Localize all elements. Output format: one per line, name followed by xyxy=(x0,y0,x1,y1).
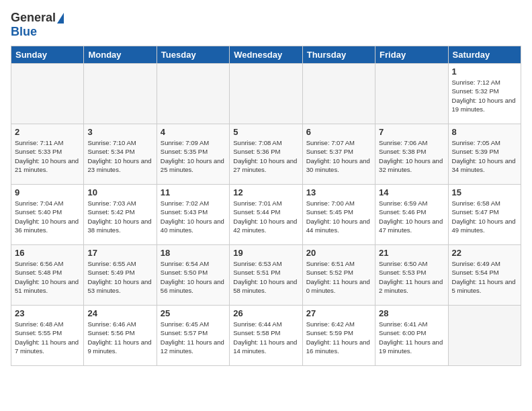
day-number: 20 xyxy=(306,248,371,258)
day-number: 22 xyxy=(452,248,517,258)
calendar-cell-4-2: 25Sunrise: 6:45 AM Sunset: 5:57 PM Dayli… xyxy=(157,306,229,366)
calendar-cell-4-4: 27Sunrise: 6:42 AM Sunset: 5:59 PM Dayli… xyxy=(302,306,375,366)
day-info: Sunrise: 6:59 AM Sunset: 5:46 PM Dayligh… xyxy=(379,199,444,234)
header-sunday: Sunday xyxy=(11,46,84,64)
day-info: Sunrise: 6:56 AM Sunset: 5:48 PM Dayligh… xyxy=(15,259,80,295)
day-info: Sunrise: 7:12 AM Sunset: 5:32 PM Dayligh… xyxy=(452,78,517,113)
day-info: Sunrise: 7:03 AM Sunset: 5:42 PM Dayligh… xyxy=(87,199,152,234)
calendar-cell-2-1: 10Sunrise: 7:03 AM Sunset: 5:42 PM Dayli… xyxy=(84,185,157,245)
day-info: Sunrise: 7:07 AM Sunset: 5:37 PM Dayligh… xyxy=(306,138,371,174)
day-info: Sunrise: 6:58 AM Sunset: 5:47 PM Dayligh… xyxy=(452,199,517,234)
day-info: Sunrise: 7:10 AM Sunset: 5:34 PM Dayligh… xyxy=(87,138,152,174)
day-info: Sunrise: 7:11 AM Sunset: 5:33 PM Dayligh… xyxy=(15,138,80,174)
calendar-header-row: SundayMondayTuesdayWednesdayThursdayFrid… xyxy=(11,46,521,64)
day-number: 4 xyxy=(161,127,226,137)
day-info: Sunrise: 6:53 AM Sunset: 5:51 PM Dayligh… xyxy=(233,259,298,295)
header-monday: Monday xyxy=(84,46,157,64)
logo: General Blue xyxy=(11,11,64,39)
calendar-cell-0-2 xyxy=(157,64,229,124)
day-number: 28 xyxy=(379,308,444,318)
calendar-cell-1-2: 4Sunrise: 7:09 AM Sunset: 5:35 PM Daylig… xyxy=(157,124,229,185)
day-info: Sunrise: 6:48 AM Sunset: 5:55 PM Dayligh… xyxy=(15,320,80,355)
day-number: 3 xyxy=(87,127,152,137)
day-number: 24 xyxy=(87,308,152,318)
day-number: 16 xyxy=(15,248,80,258)
day-number: 13 xyxy=(306,187,371,197)
header-tuesday: Tuesday xyxy=(157,46,229,64)
calendar-cell-2-4: 13Sunrise: 7:00 AM Sunset: 5:45 PM Dayli… xyxy=(302,185,375,245)
calendar-cell-4-0: 23Sunrise: 6:48 AM Sunset: 5:55 PM Dayli… xyxy=(11,306,84,366)
calendar-cell-2-6: 15Sunrise: 6:58 AM Sunset: 5:47 PM Dayli… xyxy=(448,185,521,245)
header-thursday: Thursday xyxy=(302,46,375,64)
week-row-4: 16Sunrise: 6:56 AM Sunset: 5:48 PM Dayli… xyxy=(11,245,521,306)
day-number: 10 xyxy=(87,187,152,197)
day-info: Sunrise: 6:49 AM Sunset: 5:54 PM Dayligh… xyxy=(452,259,517,295)
calendar-cell-2-2: 11Sunrise: 7:02 AM Sunset: 5:43 PM Dayli… xyxy=(157,185,229,245)
day-number: 7 xyxy=(379,127,444,137)
header-saturday: Saturday xyxy=(448,46,521,64)
week-row-2: 2Sunrise: 7:11 AM Sunset: 5:33 PM Daylig… xyxy=(11,124,521,185)
calendar-cell-2-3: 12Sunrise: 7:01 AM Sunset: 5:44 PM Dayli… xyxy=(230,185,302,245)
day-info: Sunrise: 7:09 AM Sunset: 5:35 PM Dayligh… xyxy=(161,138,226,174)
day-number: 6 xyxy=(306,127,371,137)
week-row-5: 23Sunrise: 6:48 AM Sunset: 5:55 PM Dayli… xyxy=(11,306,521,366)
calendar-cell-3-1: 17Sunrise: 6:55 AM Sunset: 5:49 PM Dayli… xyxy=(84,245,157,306)
day-number: 18 xyxy=(161,248,226,258)
calendar-cell-1-0: 2Sunrise: 7:11 AM Sunset: 5:33 PM Daylig… xyxy=(11,124,84,185)
day-number: 14 xyxy=(379,187,444,197)
day-number: 19 xyxy=(233,248,298,258)
day-number: 15 xyxy=(452,187,517,197)
day-number: 2 xyxy=(15,127,80,137)
calendar-cell-1-5: 7Sunrise: 7:06 AM Sunset: 5:38 PM Daylig… xyxy=(375,124,448,185)
day-number: 9 xyxy=(15,187,80,197)
day-number: 8 xyxy=(452,127,517,137)
calendar-cell-0-3 xyxy=(230,64,302,124)
day-info: Sunrise: 6:50 AM Sunset: 5:53 PM Dayligh… xyxy=(379,259,444,295)
logo-general-text: General xyxy=(11,11,56,25)
calendar-cell-2-5: 14Sunrise: 6:59 AM Sunset: 5:46 PM Dayli… xyxy=(375,185,448,245)
header-wednesday: Wednesday xyxy=(230,46,302,64)
calendar-cell-0-6: 1Sunrise: 7:12 AM Sunset: 5:32 PM Daylig… xyxy=(448,64,521,124)
day-info: Sunrise: 7:05 AM Sunset: 5:39 PM Dayligh… xyxy=(452,138,517,174)
calendar-cell-3-6: 22Sunrise: 6:49 AM Sunset: 5:54 PM Dayli… xyxy=(448,245,521,306)
day-info: Sunrise: 7:08 AM Sunset: 5:36 PM Dayligh… xyxy=(233,138,298,174)
logo-blue-text: Blue xyxy=(11,25,37,39)
calendar-cell-0-1 xyxy=(84,64,157,124)
day-info: Sunrise: 6:46 AM Sunset: 5:56 PM Dayligh… xyxy=(87,320,152,355)
day-number: 23 xyxy=(15,308,80,318)
calendar-cell-2-0: 9Sunrise: 7:04 AM Sunset: 5:40 PM Daylig… xyxy=(11,185,84,245)
calendar-cell-3-4: 20Sunrise: 6:51 AM Sunset: 5:52 PM Dayli… xyxy=(302,245,375,306)
day-info: Sunrise: 6:42 AM Sunset: 5:59 PM Dayligh… xyxy=(306,320,371,355)
day-number: 21 xyxy=(379,248,444,258)
day-info: Sunrise: 6:51 AM Sunset: 5:52 PM Dayligh… xyxy=(306,259,371,295)
calendar-cell-0-0 xyxy=(11,64,84,124)
day-info: Sunrise: 6:54 AM Sunset: 5:50 PM Dayligh… xyxy=(161,259,226,295)
calendar-cell-1-1: 3Sunrise: 7:10 AM Sunset: 5:34 PM Daylig… xyxy=(84,124,157,185)
calendar-cell-1-3: 5Sunrise: 7:08 AM Sunset: 5:36 PM Daylig… xyxy=(230,124,302,185)
day-info: Sunrise: 6:45 AM Sunset: 5:57 PM Dayligh… xyxy=(161,320,226,355)
day-number: 5 xyxy=(233,127,298,137)
calendar-cell-4-5: 28Sunrise: 6:41 AM Sunset: 6:00 PM Dayli… xyxy=(375,306,448,366)
calendar-cell-4-1: 24Sunrise: 6:46 AM Sunset: 5:56 PM Dayli… xyxy=(84,306,157,366)
day-number: 25 xyxy=(161,308,226,318)
logo-triangle-icon xyxy=(57,13,64,24)
day-info: Sunrise: 7:01 AM Sunset: 5:44 PM Dayligh… xyxy=(233,199,298,234)
day-number: 12 xyxy=(233,187,298,197)
day-number: 26 xyxy=(233,308,298,318)
day-number: 17 xyxy=(87,248,152,258)
day-number: 1 xyxy=(452,66,517,77)
day-info: Sunrise: 6:55 AM Sunset: 5:49 PM Dayligh… xyxy=(87,259,152,295)
day-number: 27 xyxy=(306,308,371,318)
day-info: Sunrise: 7:00 AM Sunset: 5:45 PM Dayligh… xyxy=(306,199,371,234)
calendar-cell-4-3: 26Sunrise: 6:44 AM Sunset: 5:58 PM Dayli… xyxy=(230,306,302,366)
day-info: Sunrise: 7:02 AM Sunset: 5:43 PM Dayligh… xyxy=(161,199,226,234)
day-info: Sunrise: 6:44 AM Sunset: 5:58 PM Dayligh… xyxy=(233,320,298,355)
week-row-3: 9Sunrise: 7:04 AM Sunset: 5:40 PM Daylig… xyxy=(11,185,521,245)
day-number: 11 xyxy=(161,187,226,197)
calendar-cell-0-5 xyxy=(375,64,448,124)
day-info: Sunrise: 7:04 AM Sunset: 5:40 PM Dayligh… xyxy=(15,199,80,234)
calendar-cell-1-4: 6Sunrise: 7:07 AM Sunset: 5:37 PM Daylig… xyxy=(302,124,375,185)
header-friday: Friday xyxy=(375,46,448,64)
calendar-table: SundayMondayTuesdayWednesdayThursdayFrid… xyxy=(11,46,521,366)
calendar-cell-3-0: 16Sunrise: 6:56 AM Sunset: 5:48 PM Dayli… xyxy=(11,245,84,306)
